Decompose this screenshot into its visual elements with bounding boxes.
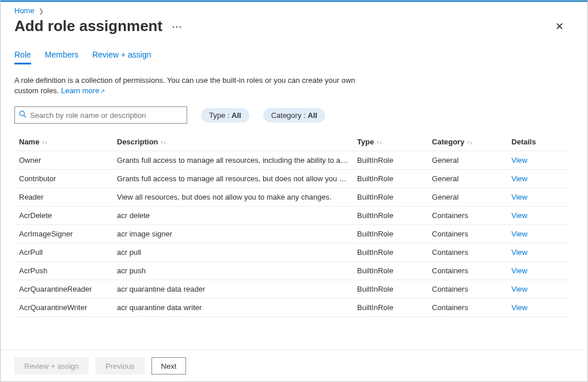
learn-more-link[interactable]: Learn more↗ [61,86,105,95]
view-link[interactable]: View [511,211,528,220]
sort-icon: ↑↓ [161,139,166,146]
cell-description: acr delete [112,207,352,225]
cell-description: Grants full access to manage all resourc… [112,151,352,170]
filter-category-label: Category : [271,111,308,120]
view-link[interactable]: View [511,266,528,275]
roles-table: Name↑↓ Description↑↓ Type↑↓ Category↑↓ D… [14,133,568,317]
filter-category-pill[interactable]: Category : All [263,108,325,123]
cell-category: Containers [427,243,507,262]
view-link[interactable]: View [511,248,528,257]
cell-name: AcrImageSigner [14,225,112,243]
cell-name: AcrPush [14,262,112,280]
cell-type: BuiltInRole [352,299,427,317]
review-assign-button: Review + assign [14,357,89,375]
table-row[interactable]: AcrQuarantineReaderacr quarantine data r… [14,280,568,299]
view-link[interactable]: View [511,193,528,201]
sort-icon: ↑↓ [41,139,47,146]
cell-name: Contributor [14,170,112,188]
view-link[interactable]: View [511,156,528,165]
cell-details: View [507,207,568,225]
breadcrumb: Home ❯ [1,2,582,15]
col-details: Details [507,133,568,151]
table-row[interactable]: AcrImageSigneracr image signerBuiltInRol… [14,225,568,243]
breadcrumb-home[interactable]: Home [14,6,35,15]
cell-details: View [507,225,568,243]
external-link-icon: ↗ [100,88,105,94]
cell-description: acr image signer [112,225,352,243]
table-row[interactable]: AcrPushacr pushBuiltInRoleContainersView [14,262,568,280]
cell-type: BuiltInRole [352,243,427,262]
cell-category: Containers [427,262,507,280]
table-row[interactable]: OwnerGrants full access to manage all re… [14,151,568,170]
cell-details: View [507,243,568,262]
col-type-label: Type [357,137,374,146]
view-link[interactable]: View [511,174,528,183]
chevron-right-icon: ❯ [39,7,44,15]
close-icon[interactable]: ✕ [551,18,568,35]
filter-type-value: All [232,111,241,120]
cell-description: acr pull [112,243,352,262]
cell-category: Containers [427,207,507,225]
col-name[interactable]: Name↑↓ [14,133,112,151]
cell-name: AcrPull [14,243,112,262]
table-row[interactable]: AcrPullacr pullBuiltInRoleContainersView [14,243,568,262]
table-row[interactable]: AcrDeleteacr deleteBuiltInRoleContainers… [14,207,568,225]
filter-category-value: All [308,111,317,120]
col-type[interactable]: Type↑↓ [352,133,427,151]
learn-more-label: Learn more [61,86,99,95]
page-title: Add role assignment [14,17,162,35]
cell-name: AcrDelete [14,207,112,225]
search-wrapper [14,106,187,124]
cell-type: BuiltInRole [352,207,427,225]
tabs: Role Members Review + assign [14,50,568,65]
col-description-label: Description [117,137,158,146]
search-icon [19,110,26,120]
previous-button: Previous [96,357,145,375]
tab-members[interactable]: Members [45,50,78,64]
cell-description: acr push [112,262,352,280]
table-row[interactable]: ContributorGrants full access to manage … [14,170,568,188]
table-header-row: Name↑↓ Description↑↓ Type↑↓ Category↑↓ D… [14,133,568,151]
cell-type: BuiltInRole [352,262,427,280]
cell-description: View all resources, but does not allow y… [112,188,352,207]
cell-type: BuiltInRole [352,188,427,207]
cell-details: View [507,280,568,299]
next-button[interactable]: Next [151,357,187,375]
cell-category: General [427,170,507,188]
cell-type: BuiltInRole [352,280,427,299]
search-input[interactable] [14,106,187,124]
filter-type-pill[interactable]: Type : All [201,108,249,123]
view-link[interactable]: View [511,285,528,293]
cell-details: View [507,151,568,170]
cell-category: Containers [427,225,507,243]
more-actions-icon[interactable]: ⋯ [172,20,182,33]
cell-category: Containers [427,299,507,317]
col-category[interactable]: Category↑↓ [427,133,507,151]
col-details-label: Details [511,137,536,146]
cell-type: BuiltInRole [352,225,427,243]
cell-description: acr quarantine data writer [112,299,352,317]
col-name-label: Name [19,137,39,146]
sort-icon: ↑↓ [376,139,382,146]
cell-name: Owner [14,151,112,170]
cell-description: acr quarantine data reader [112,280,352,299]
col-description[interactable]: Description↑↓ [112,133,352,151]
tab-review-assign[interactable]: Review + assign [92,50,151,64]
view-link[interactable]: View [511,230,528,238]
cell-category: Containers [427,280,507,299]
tab-role[interactable]: Role [14,50,31,64]
cell-name: AcrQuarantineWriter [14,299,112,317]
cell-description: Grants full access to manage all resourc… [112,170,352,188]
sort-icon: ↑↓ [466,139,472,146]
cell-details: View [507,188,568,207]
cell-category: General [427,188,507,207]
footer: Review + assign Previous Next [1,350,582,381]
col-category-label: Category [432,137,464,146]
table-row[interactable]: AcrQuarantineWriteracr quarantine data w… [14,299,568,317]
view-link[interactable]: View [511,303,528,312]
svg-line-1 [24,116,26,118]
cell-details: View [507,262,568,280]
cell-type: BuiltInRole [352,151,427,170]
description-text: A role definition is a collection of per… [14,75,371,96]
table-row[interactable]: ReaderView all resources, but does not a… [14,188,568,207]
